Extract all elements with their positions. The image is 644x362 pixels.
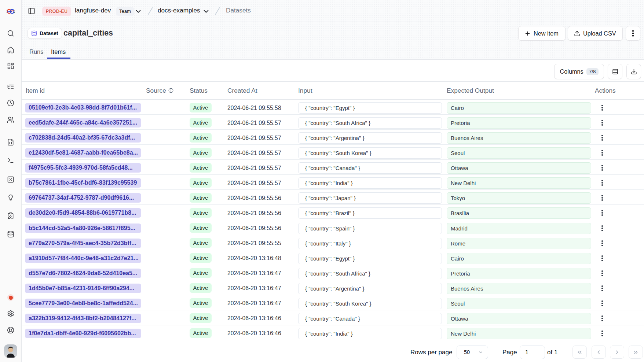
column-header-source[interactable]: Source <box>146 82 173 99</box>
settings-icon[interactable] <box>7 310 14 317</box>
row-actions-menu-icon[interactable] <box>599 330 605 337</box>
row-actions-menu-icon[interactable] <box>599 195 605 201</box>
sidebar-toggle-icon[interactable] <box>28 7 35 15</box>
item-id-pill[interactable]: a1910d57-7f84-440c-9e46-a31c2d7e21... <box>25 254 141 263</box>
input-cell[interactable]: { "country": "Italy" } <box>298 238 442 249</box>
input-cell[interactable]: { "country": "Spain" } <box>298 223 442 234</box>
item-id-pill[interactable]: b75c7861-1fbe-45cf-bdf6-83f139c95539 <box>25 178 141 188</box>
last-page-button[interactable] <box>629 346 643 359</box>
input-cell[interactable]: { "country": "South Africa" } <box>298 117 442 129</box>
item-id-pill[interactable]: 1d45b0e7-b85a-4231-9149-6ff90a294... <box>25 284 141 293</box>
evals-icon[interactable] <box>7 194 14 202</box>
expected-output-cell[interactable]: Buenos Aires <box>447 283 591 294</box>
support-icon[interactable] <box>7 326 14 334</box>
input-cell[interactable]: { "country": "India" } <box>298 328 442 339</box>
item-id-pill[interactable]: 5cee7779-3e00-4eb8-be8c-1affedd524... <box>25 299 141 308</box>
input-cell[interactable]: { "country": "Brazil" } <box>298 207 442 219</box>
item-id-pill[interactable]: 05109ef0-2e3b-4e03-98dd-8f7d01b61f... <box>25 103 141 112</box>
row-actions-menu-icon[interactable] <box>599 149 605 156</box>
input-cell[interactable]: { "country": "South Korea" } <box>298 298 442 309</box>
expected-output-cell[interactable]: Ottawa <box>447 162 591 174</box>
item-id-pill[interactable]: d557e7d6-7802-4624-9da6-52d410ea5... <box>25 269 141 278</box>
expected-output-cell[interactable]: Rome <box>447 238 591 249</box>
expected-output-cell[interactable]: Pretoria <box>447 268 591 279</box>
datasets-icon[interactable] <box>7 230 14 238</box>
tab-items[interactable]: Items <box>51 48 66 55</box>
breadcrumb-section[interactable]: Datasets <box>226 7 251 14</box>
expected-output-cell[interactable]: Seoul <box>447 298 591 309</box>
project-chevron-down-icon[interactable] <box>202 7 210 15</box>
row-actions-menu-icon[interactable] <box>599 315 605 322</box>
item-id-pill[interactable]: e12430df-5e81-4687-aabb-f0ea65be8a... <box>25 148 141 158</box>
column-header-status[interactable]: Status <box>190 82 208 99</box>
column-header-input[interactable]: Input <box>298 82 312 99</box>
record-indicator[interactable] <box>7 294 14 301</box>
home-icon[interactable] <box>7 47 14 54</box>
input-cell[interactable]: { "country": "Argentina" } <box>298 132 442 144</box>
expected-output-cell[interactable]: Cairo <box>447 253 591 264</box>
expected-output-cell[interactable]: Cairo <box>447 102 591 114</box>
users-icon[interactable] <box>7 116 14 123</box>
first-page-button[interactable] <box>572 346 587 359</box>
row-actions-menu-icon[interactable] <box>599 285 605 292</box>
dashboards-icon[interactable] <box>7 62 14 70</box>
environment-badge[interactable]: PROD-EU <box>42 7 71 16</box>
row-actions-menu-icon[interactable] <box>599 134 605 141</box>
column-header-item-id[interactable]: Item id <box>26 82 45 99</box>
next-page-button[interactable] <box>610 346 624 359</box>
playground-icon[interactable] <box>7 157 14 164</box>
column-header-expected-output[interactable]: Expected Output <box>447 82 494 99</box>
row-actions-menu-icon[interactable] <box>599 119 605 126</box>
org-logo-icon[interactable] <box>7 8 15 14</box>
upload-csv-button[interactable]: Upload CSV <box>568 26 623 41</box>
expected-output-cell[interactable]: Ottawa <box>447 313 591 324</box>
item-id-pill[interactable]: b5c144cd-52a5-4a80-926e-58617f895... <box>25 224 141 233</box>
input-cell[interactable]: { "country": "South Korea" } <box>298 147 442 159</box>
expected-output-cell[interactable]: Madrid <box>447 223 591 234</box>
row-actions-menu-icon[interactable] <box>599 270 605 277</box>
avatar[interactable] <box>4 344 17 358</box>
row-height-button[interactable] <box>608 64 622 79</box>
tab-runs[interactable]: Runs <box>29 48 44 55</box>
tracing-icon[interactable] <box>7 83 14 90</box>
expected-output-cell[interactable]: Pretoria <box>447 117 591 129</box>
input-cell[interactable]: { "country": "India" } <box>298 177 442 189</box>
export-button[interactable] <box>626 64 641 79</box>
search-icon[interactable] <box>7 30 14 37</box>
expected-output-cell[interactable]: New Delhi <box>447 328 591 339</box>
previous-page-button[interactable] <box>592 346 606 359</box>
expected-output-cell[interactable]: Brasília <box>447 207 591 219</box>
expected-output-cell[interactable]: Seoul <box>447 147 591 159</box>
input-cell[interactable]: { "country": "Canada" } <box>298 162 442 174</box>
expected-output-cell[interactable]: New Delhi <box>447 177 591 189</box>
sessions-icon[interactable] <box>7 99 14 107</box>
page-actions-menu-button[interactable] <box>626 26 640 41</box>
row-actions-menu-icon[interactable] <box>599 165 605 171</box>
item-id-pill[interactable]: c702838d-24d5-40a2-bf35-67dc3a3df... <box>25 133 141 143</box>
input-cell[interactable]: { "country": "Canada" } <box>298 313 442 324</box>
row-actions-menu-icon[interactable] <box>599 180 605 186</box>
annotation-icon[interactable] <box>7 212 14 219</box>
input-cell[interactable]: { "country": "Egypt" } <box>298 253 442 264</box>
item-id-pill[interactable]: e779a270-579a-4f45-aec4-35b72d3bff... <box>25 239 141 248</box>
expected-output-cell[interactable]: Tokyo <box>447 192 591 204</box>
rows-per-page-select[interactable]: 50 <box>457 346 488 359</box>
row-actions-menu-icon[interactable] <box>599 210 605 216</box>
row-actions-menu-icon[interactable] <box>599 240 605 247</box>
item-id-pill[interactable]: f4975c95-5fc3-4939-970d-58fa5cd48... <box>25 163 141 173</box>
input-cell[interactable]: { "country": "Japan" } <box>298 192 442 204</box>
input-cell[interactable]: { "country": "Egypt" } <box>298 102 442 114</box>
item-id-pill[interactable]: eed5dafe-244f-465c-a84c-4a6e357251... <box>25 118 141 128</box>
prompts-icon[interactable] <box>7 138 14 146</box>
row-actions-menu-icon[interactable] <box>599 255 605 262</box>
project-name[interactable]: docs-examples <box>158 7 200 14</box>
input-cell[interactable]: { "country": "Argentina" } <box>298 283 442 294</box>
new-item-button[interactable]: New item <box>518 26 566 41</box>
columns-button[interactable]: Columns 7/8 <box>554 64 604 79</box>
column-header-created-at[interactable]: Created At <box>227 82 257 99</box>
org-chevron-down-icon[interactable] <box>134 7 142 15</box>
item-id-pill[interactable]: 69764737-34af-4752-9787-d90df9616... <box>25 193 141 203</box>
input-cell[interactable]: { "country": "South Africa" } <box>298 268 442 279</box>
expected-output-cell[interactable]: Buenos Aires <box>447 132 591 144</box>
row-actions-menu-icon[interactable] <box>599 300 605 307</box>
